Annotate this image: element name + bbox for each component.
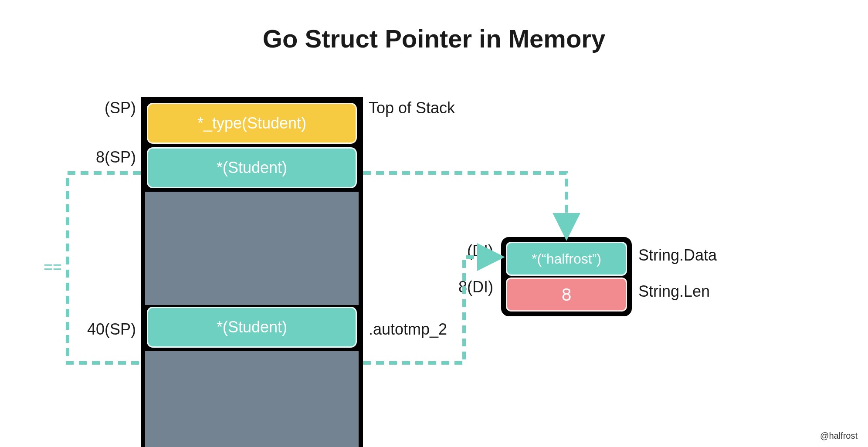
- stack-cell-gap-2: [145, 351, 359, 447]
- label-8di: 8(DI): [458, 278, 493, 296]
- label-string-data: String.Data: [638, 246, 717, 264]
- watermark: @halfrost: [820, 431, 858, 441]
- stack-cell-gap-1: [145, 192, 359, 305]
- label-eq: ==: [44, 258, 62, 276]
- diagram-title: Go Struct Pointer in Memory: [263, 24, 605, 53]
- stack-cell-type-student: *_type(Student): [147, 103, 357, 144]
- label-di: (DI): [467, 242, 493, 260]
- label-8sp: 8(SP): [96, 148, 136, 166]
- label-string-len: String.Len: [638, 282, 710, 301]
- label-autotmp: .autotmp_2: [369, 320, 447, 339]
- stack-cell-student-ptr-1: *(Student): [147, 147, 357, 188]
- label-40sp: 40(SP): [87, 320, 136, 339]
- label-sp: (SP): [105, 99, 136, 117]
- stack-column: *_type(Student) *(Student) *(Student): [141, 97, 363, 447]
- connector-lines: [0, 0, 868, 447]
- heap-cell-data: *(“halfrost”): [506, 242, 627, 276]
- stack-cell-student-ptr-2: *(Student): [147, 307, 357, 348]
- label-top-of-stack: Top of Stack: [369, 99, 455, 117]
- heap-box: *(“halfrost”) 8: [501, 237, 632, 316]
- heap-cell-len: 8: [506, 278, 627, 312]
